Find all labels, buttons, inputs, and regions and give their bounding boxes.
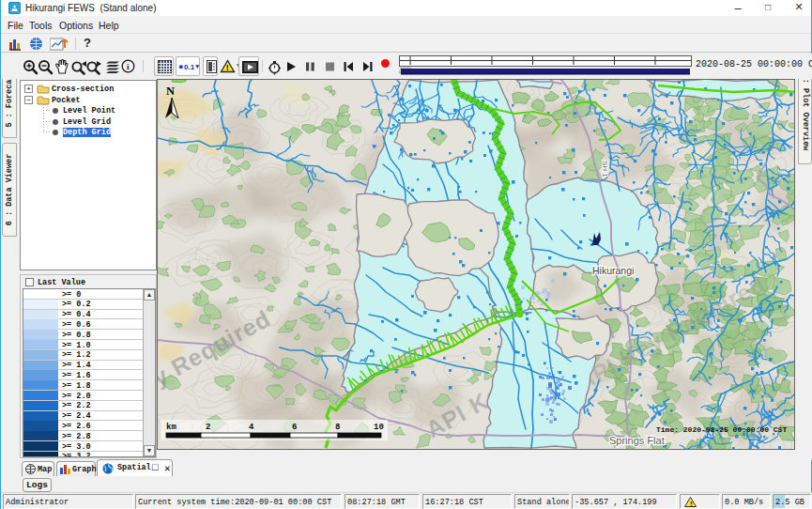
svg-text:6: 6 <box>292 423 297 432</box>
svg-text:Time: 2020-08-25 00:00:00 CST: Time: 2020-08-25 00:00:00 CST <box>656 425 787 434</box>
svg-text:6 : Data Viewer: 6 : Data Viewer <box>5 154 14 226</box>
svg-text:10: 10 <box>374 423 384 432</box>
svg-text:SH 1: SH 1 <box>601 161 609 177</box>
svg-text:N: N <box>166 85 175 98</box>
svg-text:!: ! <box>689 500 694 508</box>
svg-text:8: 8 <box>335 423 340 432</box>
svg-text:2: 2 <box>206 423 210 432</box>
svg-text:km: km <box>166 423 176 432</box>
svg-text:Springs Flat: Springs Flat <box>609 435 665 446</box>
svg-text:Hikurangi: Hikurangi <box>592 265 634 276</box>
svg-text:3 : Plot Overview: 3 : Plot Overview <box>801 69 810 152</box>
svg-text:4: 4 <box>249 423 254 432</box>
svg-text:!: ! <box>226 63 229 72</box>
svg-text:i: i <box>127 62 130 71</box>
